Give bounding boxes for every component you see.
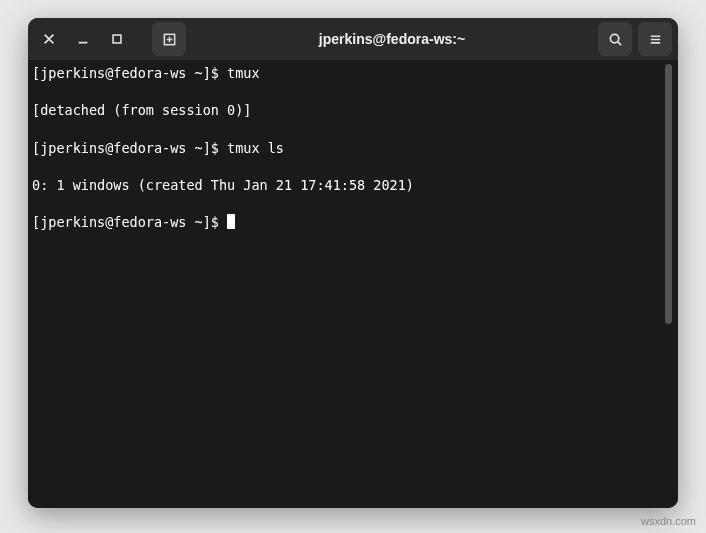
terminal-scrollbar[interactable] — [665, 64, 672, 504]
hamburger-icon — [648, 32, 663, 47]
maximize-button[interactable] — [102, 24, 132, 54]
scroll-thumb[interactable] — [665, 64, 672, 324]
terminal-line: [jperkins@fedora-ws ~]$ — [32, 213, 665, 232]
titlebar: jperkins@fedora-ws:~ — [28, 18, 678, 60]
command-text: tmux ls — [227, 140, 284, 156]
titlebar-left-controls — [34, 22, 186, 56]
menu-button[interactable] — [638, 22, 672, 56]
window-title: jperkins@fedora-ws:~ — [190, 31, 594, 47]
search-icon — [608, 32, 623, 47]
watermark-text: wsxdn.com — [641, 515, 696, 527]
close-button[interactable] — [34, 24, 64, 54]
prompt: [jperkins@fedora-ws ~]$ — [32, 65, 227, 81]
terminal-output: [jperkins@fedora-ws ~]$ tmux [detached (… — [32, 64, 665, 504]
output-text: [detached (from session 0)] — [32, 102, 251, 118]
cursor-block — [227, 214, 235, 229]
command-text: tmux — [227, 65, 260, 81]
titlebar-right-controls — [598, 22, 672, 56]
terminal-line: 0: 1 windows (created Thu Jan 21 17:41:5… — [32, 176, 665, 195]
close-icon — [42, 32, 56, 46]
new-tab-button[interactable] — [152, 22, 186, 56]
svg-point-2 — [610, 34, 618, 42]
search-button[interactable] — [598, 22, 632, 56]
terminal-line: [jperkins@fedora-ws ~]$ tmux ls — [32, 139, 665, 158]
minimize-icon — [76, 32, 90, 46]
output-text: 0: 1 windows (created Thu Jan 21 17:41:5… — [32, 177, 414, 193]
maximize-icon — [110, 32, 124, 46]
terminal-line: [detached (from session 0)] — [32, 101, 665, 120]
svg-rect-0 — [113, 35, 121, 43]
new-tab-icon — [162, 32, 177, 47]
minimize-button[interactable] — [68, 24, 98, 54]
terminal-line: [jperkins@fedora-ws ~]$ tmux — [32, 64, 665, 83]
terminal-area[interactable]: [jperkins@fedora-ws ~]$ tmux [detached (… — [28, 60, 678, 508]
prompt: [jperkins@fedora-ws ~]$ — [32, 214, 227, 230]
prompt: [jperkins@fedora-ws ~]$ — [32, 140, 227, 156]
terminal-window: jperkins@fedora-ws:~ [jperkins@fedora-ws… — [28, 18, 678, 508]
